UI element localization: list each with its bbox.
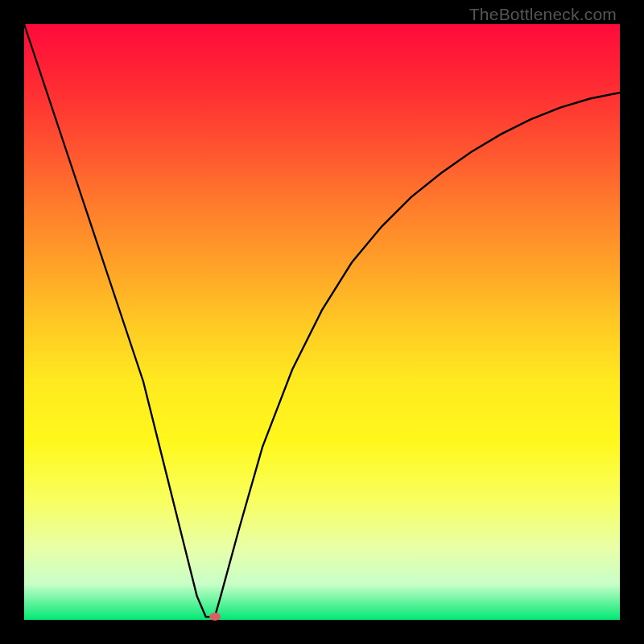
curve-svg (24, 24, 620, 620)
minimum-marker (209, 613, 221, 621)
watermark-text: TheBottleneck.com (469, 5, 617, 24)
bottleneck-curve (24, 24, 620, 617)
plot-area (24, 24, 620, 620)
chart-frame: TheBottleneck.com (0, 0, 644, 644)
